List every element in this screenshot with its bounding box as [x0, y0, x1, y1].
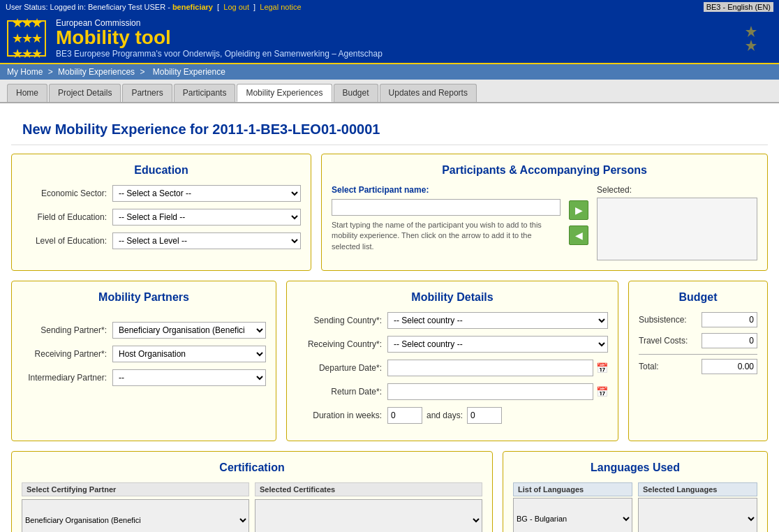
intermediary-partner-row: Intermediary Partner: -- [22, 369, 266, 386]
intermediary-partner-select[interactable]: -- [112, 369, 266, 386]
economic-sector-select[interactable]: -- Select a Sector -- [112, 185, 301, 202]
departure-date-row: Departure Date*: 📅 [297, 360, 608, 376]
legal-link[interactable]: Legal notice [260, 3, 301, 11]
intermediary-partner-label: Intermediary Partner: [22, 373, 112, 383]
level-education-select[interactable]: -- Select a Level -- [112, 232, 301, 249]
education-title: Education [22, 164, 301, 177]
tab-updates-reports[interactable]: Updates and Reports [380, 84, 477, 102]
economic-sector-row: Economic Sector: -- Select a Sector -- [22, 185, 301, 202]
travel-costs-label: Travel Costs: [639, 336, 688, 346]
receiving-partner-row: Receiving Partner*: Host Organisation [22, 346, 266, 362]
header-text: European Commission Mobility tool BE3 Eu… [56, 18, 383, 59]
duration-weeks-input[interactable] [387, 407, 422, 424]
sending-partner-row: Sending Partner*: Beneficiary Organisati… [22, 322, 266, 339]
field-education-label: Field of Education: [22, 212, 112, 222]
row-mobility: Mobility Partners Sending Partner*: Bene… [11, 281, 768, 441]
selected-certificates-select[interactable] [255, 499, 482, 532]
user-status: User Status: Logged in: Beneficiary Test… [6, 3, 302, 11]
header: ★★★★★★★★★ European Commission Mobility t… [0, 14, 779, 64]
lang-list-col: List of Languages BG - Bulgarian [513, 482, 632, 532]
breadcrumb-mobility-experiences[interactable]: Mobility Experiences [58, 67, 135, 77]
languages-section: Languages Used List of Languages BG - Bu… [503, 451, 768, 532]
ec-emblem-svg [730, 23, 772, 54]
level-education-row: Level of Education: -- Select a Level -- [22, 232, 301, 249]
return-date-input[interactable] [387, 383, 593, 400]
and-days-label: and days: [422, 411, 467, 420]
receiving-country-select[interactable]: -- Select country -- [387, 336, 608, 353]
subsistence-row: Subsistence: [639, 312, 757, 327]
row-cert-lang: Certification Select Certifying Partner … [11, 451, 768, 532]
remove-participant-button[interactable]: ◀ [569, 226, 588, 245]
total-label: Total: [639, 362, 659, 371]
participant-search-input[interactable] [332, 199, 561, 216]
eu-stars: ★★★★★★★★★ [12, 15, 41, 61]
languages-title: Languages Used [513, 461, 757, 474]
duration-days-input[interactable] [467, 407, 502, 424]
return-calendar-icon[interactable]: 📅 [593, 386, 608, 397]
duration-label: Duration in weeks: [297, 411, 387, 420]
breadcrumb-home[interactable]: My Home [7, 67, 43, 77]
top-bar: User Status: Logged in: Beneficiary Test… [0, 0, 779, 14]
participants-section: Participants & Accompanying Persons Sele… [321, 154, 768, 271]
breadcrumb: My Home > Mobility Experiences > Mobilit… [0, 64, 779, 80]
eu-logo: ★★★★★★★★★ [7, 20, 46, 57]
list-languages-select[interactable]: BG - Bulgarian [513, 498, 632, 532]
tab-budget[interactable]: Budget [334, 84, 378, 102]
sending-country-select[interactable]: -- Select country -- [387, 312, 608, 329]
sending-country-label: Sending Country*: [297, 316, 387, 325]
certifying-partner-label: Select Certifying Partner [22, 482, 249, 496]
receiving-partner-label: Receiving Partner*: [22, 349, 112, 359]
main-content: New Mobility Experience for 2011-1-BE3-L… [0, 103, 779, 532]
participants-title: Participants & Accompanying Persons [332, 164, 757, 177]
ec-logo-right [716, 21, 772, 56]
budget-title: Budget [639, 291, 757, 304]
participant-left: Select Participant name: Start typing th… [332, 185, 561, 260]
mobility-partners-title: Mobility Partners [22, 291, 266, 304]
logout-link[interactable]: Log out [223, 3, 249, 11]
participant-right: Selected: [597, 185, 757, 260]
add-participant-button[interactable]: ▶ [569, 200, 588, 220]
tab-home[interactable]: Home [7, 84, 47, 102]
certification-title: Certification [22, 461, 482, 474]
certifying-partner-select[interactable]: Beneficiary Organisation (Benefici [22, 499, 249, 532]
receiving-partner-select[interactable]: Host Organisation [112, 346, 266, 362]
departure-date-input[interactable] [387, 360, 593, 376]
participant-arrows: ▶ ◀ [566, 185, 591, 260]
economic-sector-label: Economic Sector: [22, 189, 112, 198]
travel-costs-input[interactable] [702, 333, 757, 348]
field-education-select[interactable]: -- Select a Field -- [112, 209, 301, 226]
mobility-partners-section: Mobility Partners Sending Partner*: Bene… [11, 281, 276, 441]
cert-right: Selected Certificates [255, 482, 482, 532]
header-subtitle: BE3 Europese Programma's voor Onderwijs,… [56, 49, 383, 59]
field-education-row: Field of Education: -- Select a Field -- [22, 209, 301, 226]
list-languages-label: List of Languages [513, 482, 632, 496]
receiving-country-label: Receiving Country*: [297, 339, 387, 349]
total-input[interactable] [702, 359, 757, 374]
participants-inner: Select Participant name: Start typing th… [332, 185, 757, 260]
tab-project-details[interactable]: Project Details [49, 84, 121, 102]
receiving-country-row: Receiving Country*: -- Select country -- [297, 336, 608, 353]
tab-partners[interactable]: Partners [122, 84, 172, 102]
selected-languages-select[interactable] [638, 498, 757, 532]
cert-inner: Select Certifying Partner Beneficiary Or… [22, 482, 482, 532]
return-date-row: Return Date*: 📅 [297, 383, 608, 400]
subsistence-input[interactable] [702, 312, 757, 327]
tab-mobility-experiences[interactable]: Mobility Experiences [237, 84, 332, 102]
page-title: New Mobility Experience for 2011-1-BE3-L… [11, 112, 768, 145]
lang-selected-col: Selected Languages [638, 482, 757, 532]
selected-languages-label: Selected Languages [638, 482, 757, 496]
duration-row: Duration in weeks: and days: [297, 407, 608, 424]
return-date-label: Return Date*: [297, 387, 387, 397]
selected-participants-box [597, 198, 757, 260]
language-selector[interactable]: BE3 - English (EN) [704, 2, 773, 12]
sending-country-row: Sending Country*: -- Select country -- [297, 312, 608, 329]
participant-select-label: Select Participant name: [332, 185, 561, 195]
mobility-details-title: Mobility Details [297, 291, 608, 304]
mobility-details-section: Mobility Details Sending Country*: -- Se… [286, 281, 618, 441]
sending-partner-select[interactable]: Beneficiary Organisation (Benefici [112, 322, 266, 339]
participant-hint: Start typing the name of the participant… [332, 220, 561, 252]
tab-participants[interactable]: Participants [174, 84, 236, 102]
education-section: Education Economic Sector: -- Select a S… [11, 154, 311, 271]
row-education-participants: Education Economic Sector: -- Select a S… [11, 154, 768, 271]
departure-calendar-icon[interactable]: 📅 [593, 362, 608, 374]
